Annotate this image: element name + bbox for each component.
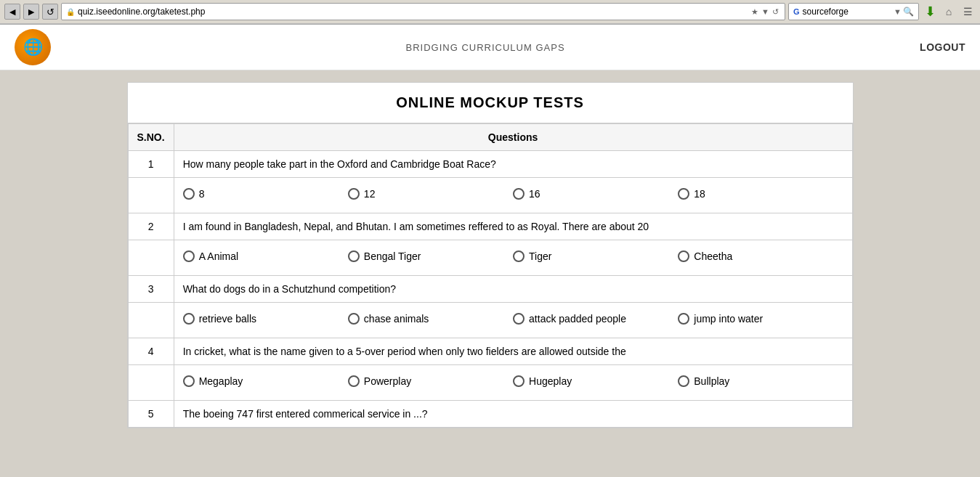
radio-4-2[interactable] (348, 375, 360, 387)
option-1-2[interactable]: 12 (348, 188, 513, 200)
option-label-2-4: Cheetha (694, 250, 732, 262)
menu-icon[interactable]: ☰ (960, 4, 976, 20)
page-title-bar: ONLINE MOCKUP TESTS (128, 83, 853, 123)
forward-button[interactable]: ▶ (23, 4, 39, 20)
option-label-1-1: 8 (199, 188, 205, 200)
search-dropdown[interactable]: ▼ (892, 7, 903, 16)
option-4-4[interactable]: Bullplay (678, 375, 843, 387)
option-2-4[interactable]: Cheetha (678, 250, 843, 262)
radio-3-4[interactable] (678, 313, 689, 325)
reload-icon[interactable]: ↺ (771, 7, 780, 17)
browser-chrome: ◀ ▶ ↺ 🔒 quiz.iseedonline.org/taketest.ph… (0, 0, 980, 25)
option-label-1-4: 18 (694, 188, 705, 200)
option-label-3-1: retrieve balls (199, 313, 256, 325)
page-title: ONLINE MOCKUP TESTS (396, 94, 584, 110)
option-1-1[interactable]: 8 (183, 188, 348, 200)
option-4-3[interactable]: Hugeplay (513, 375, 678, 387)
options-row-1: 8 12 16 18 (128, 178, 852, 213)
site-header: 🌐 BRIDGING CURRICULUM GAPS LOGOUT (0, 25, 980, 70)
radio-1-2[interactable] (348, 188, 360, 200)
options-sno-cell-2 (128, 240, 174, 276)
options-cell-2: A Animal Bengal Tiger Tiger Cheetha (174, 240, 852, 276)
lock-icon: 🔒 (66, 8, 75, 16)
url-text: quiz.iseedonline.org/taketest.php (78, 7, 750, 17)
search-icon[interactable]: 🔍 (903, 7, 914, 17)
question-text-2: I am found in Bangladesh, Nepal, and Bhu… (174, 213, 852, 240)
radio-1-4[interactable] (678, 188, 689, 200)
option-2-3[interactable]: Tiger (513, 250, 678, 262)
options-cell-1: 8 12 16 18 (174, 178, 852, 213)
quiz-table: S.NO. Questions 1 How many people take p… (128, 123, 853, 428)
option-1-3[interactable]: 16 (513, 188, 678, 200)
question-row-1: 1 How many people take part in the Oxfor… (128, 151, 852, 178)
option-2-1[interactable]: A Animal (183, 250, 348, 262)
refresh-button[interactable]: ↺ (42, 4, 58, 20)
option-label-1-2: 12 (364, 188, 376, 200)
search-text: sourceforge (803, 7, 893, 17)
search-bar[interactable]: G sourceforge ▼ 🔍 (788, 3, 919, 20)
question-sno-3: 3 (128, 276, 174, 303)
option-3-3[interactable]: attack padded people (513, 313, 678, 325)
toolbar-icons: ⬇ ⌂ ☰ (922, 4, 976, 20)
question-text-3: What do dogs do in a Schutzhund competit… (174, 276, 852, 303)
radio-2-4[interactable] (678, 250, 689, 262)
question-sno-1: 1 (128, 151, 174, 178)
option-label-4-3: Hugeplay (529, 375, 572, 387)
question-row-3: 3 What do dogs do in a Schutzhund compet… (128, 276, 852, 303)
option-2-2[interactable]: Bengal Tiger (348, 250, 513, 262)
question-text-1: How many people take part in the Oxford … (174, 151, 852, 178)
google-icon: G (793, 7, 800, 16)
options-sno-cell-1 (128, 178, 174, 213)
option-3-2[interactable]: chase animals (348, 313, 513, 325)
main-container: ONLINE MOCKUP TESTS S.NO. Questions 1 Ho… (127, 82, 854, 428)
question-row-2: 2 I am found in Bangladesh, Nepal, and B… (128, 213, 852, 240)
option-label-4-1: Megaplay (199, 375, 243, 387)
options-cell-4: Megaplay Powerplay Hugeplay Bullplay (174, 365, 852, 401)
radio-1-3[interactable] (513, 188, 525, 200)
radio-3-2[interactable] (348, 313, 360, 325)
option-label-1-3: 16 (529, 188, 540, 200)
site-tagline: BRIDGING CURRICULUM GAPS (51, 42, 920, 53)
radio-3-3[interactable] (513, 313, 525, 325)
question-sno-4: 4 (128, 338, 174, 365)
url-dropdown[interactable]: ▼ (760, 7, 771, 16)
option-3-1[interactable]: retrieve balls (183, 313, 348, 325)
option-label-3-2: chase animals (364, 313, 429, 325)
star-icon[interactable]: ★ (750, 7, 760, 17)
question-row-4: 4 In cricket, what is the name given to … (128, 338, 852, 365)
back-button[interactable]: ◀ (4, 4, 20, 20)
logout-button[interactable]: LOGOUT (920, 41, 965, 53)
option-label-2-3: Tiger (529, 250, 551, 262)
option-1-4[interactable]: 18 (678, 188, 843, 200)
options-row-4: Megaplay Powerplay Hugeplay Bullplay (128, 365, 852, 401)
option-label-3-3: attack padded people (529, 313, 626, 325)
radio-4-4[interactable] (678, 375, 689, 387)
option-4-1[interactable]: Megaplay (183, 375, 348, 387)
table-header-row: S.NO. Questions (128, 124, 852, 151)
question-sno-2: 2 (128, 213, 174, 240)
options-sno-cell-4 (128, 365, 174, 401)
option-4-2[interactable]: Powerplay (348, 375, 513, 387)
radio-2-2[interactable] (348, 250, 360, 262)
col-questions-header: Questions (174, 124, 852, 151)
radio-4-3[interactable] (513, 375, 525, 387)
question-sno-5: 5 (128, 401, 174, 428)
page-content: 🌐 BRIDGING CURRICULUM GAPS LOGOUT ONLINE… (0, 25, 980, 460)
browser-toolbar: ◀ ▶ ↺ 🔒 quiz.iseedonline.org/taketest.ph… (0, 0, 980, 24)
options-sno-cell-3 (128, 303, 174, 338)
option-label-2-1: A Animal (199, 250, 238, 262)
radio-3-1[interactable] (183, 313, 195, 325)
options-row-2: A Animal Bengal Tiger Tiger Cheetha (128, 240, 852, 276)
radio-2-1[interactable] (183, 250, 195, 262)
download-icon[interactable]: ⬇ (922, 4, 938, 20)
radio-4-1[interactable] (183, 375, 195, 387)
option-label-2-2: Bengal Tiger (364, 250, 421, 262)
radio-2-3[interactable] (513, 250, 525, 262)
options-cell-3: retrieve balls chase animals attack padd… (174, 303, 852, 338)
question-text-4: In cricket, what is the name given to a … (174, 338, 852, 365)
url-bar[interactable]: 🔒 quiz.iseedonline.org/taketest.php ★ ▼ … (61, 3, 785, 20)
home-button[interactable]: ⌂ (941, 4, 957, 20)
radio-1-1[interactable] (183, 188, 195, 200)
option-3-4[interactable]: jump into water (678, 313, 843, 325)
site-logo: 🌐 (15, 29, 51, 65)
